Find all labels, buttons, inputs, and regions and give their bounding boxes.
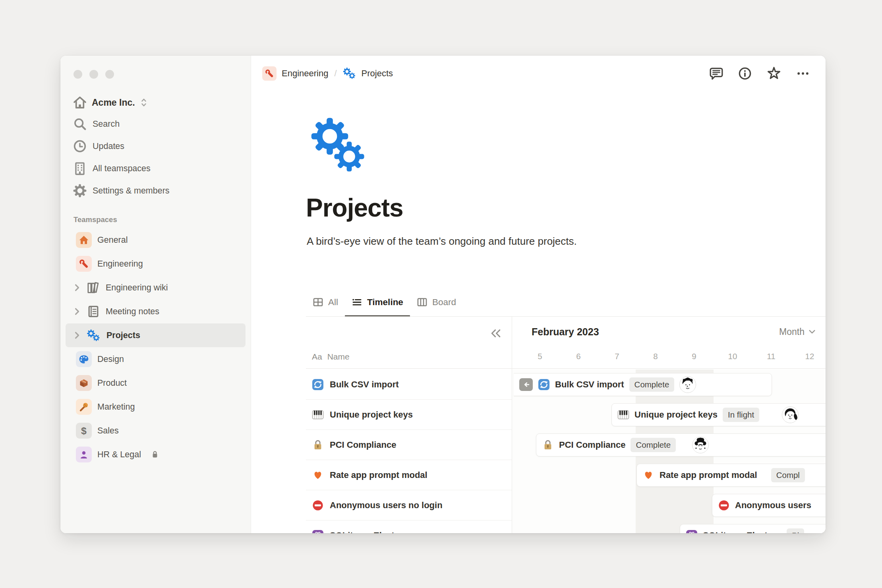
sidebar-item-label: All teamspaces <box>93 164 151 174</box>
window-close-button[interactable] <box>74 70 82 79</box>
topbar-actions <box>710 66 810 81</box>
home-icon <box>73 96 87 109</box>
person-icon <box>76 447 92 462</box>
name-column-title: Name <box>327 352 350 362</box>
breadcrumb-separator: / <box>333 68 337 79</box>
chevron-right-icon[interactable] <box>73 283 81 292</box>
teamspaces-section-label: Teamspaces <box>60 202 251 228</box>
sidebar-item-all-teamspaces[interactable]: All teamspaces <box>60 157 251 180</box>
table-row[interactable]: SQLite on Electron <box>306 520 512 533</box>
chevron-right-icon[interactable] <box>73 307 81 316</box>
breadcrumb-team[interactable]: Engineering <box>282 68 328 79</box>
view-tabs: All Timeline Board <box>306 287 463 316</box>
timeline-card-rate-app-prompt-modal[interactable]: Rate app prompt modal Compl <box>636 464 826 487</box>
orange-heart-icon <box>642 469 654 481</box>
tab-timeline[interactable]: Timeline <box>345 297 410 316</box>
avatar <box>679 376 696 393</box>
atom-icon <box>312 530 324 534</box>
lock-icon <box>312 439 324 451</box>
tab-board[interactable]: Board <box>410 297 463 316</box>
package-icon <box>76 375 92 391</box>
window-controls <box>60 68 251 92</box>
microphone-icon <box>76 399 92 415</box>
lock-icon <box>542 439 554 451</box>
timeline-body: Bulk CSV import Complete Unique project … <box>512 369 826 534</box>
breadcrumb-page[interactable]: Projects <box>362 68 393 79</box>
notebook-icon <box>87 305 100 318</box>
wrench-icon <box>262 66 277 81</box>
day-label: 9 <box>682 352 706 361</box>
name-column-header[interactable]: Aa Name <box>306 345 512 369</box>
sidebar-item-projects[interactable]: Projects <box>66 323 246 347</box>
scroll-to-start-button[interactable] <box>519 378 533 391</box>
clock-icon <box>73 139 87 153</box>
palette-icon <box>76 351 92 367</box>
table-row[interactable]: Anonymous users no login <box>306 490 512 520</box>
table-icon <box>313 297 323 308</box>
sidebar-item-design[interactable]: Design <box>66 347 246 371</box>
sidebar-item-settings[interactable]: Settings & members <box>60 180 251 202</box>
day-label: 12 <box>798 352 822 361</box>
collapse-panel-icon[interactable] <box>490 328 501 339</box>
timeline-name-column: Aa Name Bulk CSV import Unique project k… <box>306 317 512 533</box>
text-property-icon: Aa <box>312 352 322 362</box>
timeline-card-anonymous-users[interactable]: Anonymous users <box>712 494 826 517</box>
timeline-card-sqlite-on-electron[interactable]: SQLite on Electron Pl <box>680 524 826 534</box>
info-icon[interactable] <box>738 67 752 80</box>
chevron-right-icon[interactable] <box>73 331 81 340</box>
timeline-card-unique-project-keys[interactable]: Unique project keys In flight <box>611 403 826 426</box>
status-badge: Compl <box>771 468 805 482</box>
avatar <box>782 406 799 423</box>
sidebar: Acme Inc. Search Updates All teamspaces … <box>60 56 251 533</box>
workspace-name: Acme Inc. <box>92 97 135 108</box>
chevron-down-icon <box>808 328 816 336</box>
gears-icon <box>343 68 356 79</box>
books-icon <box>87 281 100 294</box>
atom-icon <box>686 530 698 534</box>
status-badge: Complete <box>629 377 675 392</box>
board-icon <box>417 297 427 308</box>
sidebar-item-sales[interactable]: Sales <box>66 419 246 443</box>
sidebar-item-product[interactable]: Product <box>66 371 246 395</box>
timeline-card-bulk-csv-import[interactable]: Bulk CSV import Complete <box>514 373 772 396</box>
day-label: 5 <box>528 352 552 361</box>
timeline-icon <box>352 297 362 308</box>
sidebar-item-meeting-notes[interactable]: Meeting notes <box>66 300 246 323</box>
sidebar-item-updates[interactable]: Updates <box>60 135 251 157</box>
sidebar-item-label: Settings & members <box>93 186 170 196</box>
workspace-switcher[interactable]: Acme Inc. <box>60 92 251 113</box>
sidebar-item-marketing[interactable]: Marketing <box>66 395 246 419</box>
table-row[interactable]: Unique project keys <box>306 400 512 430</box>
gears-icon <box>87 329 101 342</box>
day-label: 7 <box>605 352 629 361</box>
sidebar-item-hr-legal[interactable]: HR & Legal <box>66 443 246 466</box>
status-badge: Pl <box>787 528 804 534</box>
sidebar-item-engineering[interactable]: Engineering <box>66 252 246 276</box>
dollar-icon <box>76 423 92 439</box>
breadcrumb: Engineering / Projects <box>262 66 393 81</box>
page-icon-gears[interactable] <box>311 117 371 174</box>
table-row[interactable]: Bulk CSV import <box>306 369 512 400</box>
sidebar-item-engineering-wiki[interactable]: Engineering wiki <box>66 276 246 300</box>
refresh-icon <box>312 379 324 391</box>
timeline-scale-dropdown[interactable]: Month <box>779 327 816 337</box>
page-subtitle: A bird’s-eye view of the team’s ongoing … <box>307 235 577 248</box>
piano-icon <box>312 409 324 421</box>
wrench-icon <box>76 256 92 272</box>
window-zoom-button[interactable] <box>105 70 114 79</box>
star-icon[interactable] <box>767 66 781 81</box>
timeline-card-pci-compliance[interactable]: PCI Compliance Complete <box>536 433 826 456</box>
more-options-icon[interactable] <box>796 67 810 80</box>
sidebar-item-general[interactable]: General <box>66 228 246 252</box>
day-label: 8 <box>644 352 667 361</box>
table-row[interactable]: PCI Compliance <box>306 430 512 460</box>
topbar: Engineering / Projects <box>251 56 826 91</box>
tab-all[interactable]: All <box>306 297 345 316</box>
comments-icon[interactable] <box>710 67 723 80</box>
timeline-month-label: February 2023 <box>532 326 599 338</box>
building-icon <box>73 162 87 175</box>
orange-heart-icon <box>312 469 324 481</box>
window-minimize-button[interactable] <box>89 70 98 79</box>
sidebar-item-search[interactable]: Search <box>60 113 251 135</box>
table-row[interactable]: Rate app prompt modal <box>306 460 512 490</box>
